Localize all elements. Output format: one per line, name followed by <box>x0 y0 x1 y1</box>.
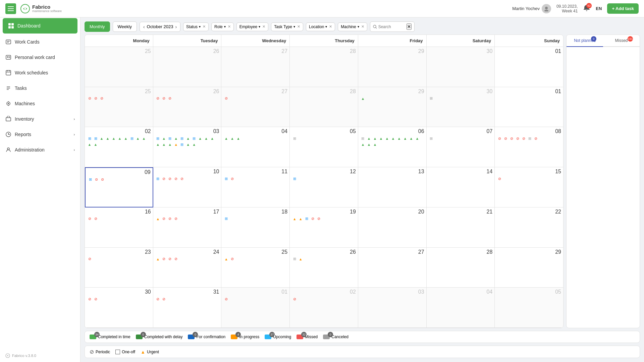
filter-machine-clear[interactable]: ✕ <box>361 24 364 29</box>
calendar-cell[interactable]: 28 <box>290 47 358 87</box>
calendar-cell[interactable]: 03 <box>358 288 427 328</box>
calendar-cell[interactable]: 25 <box>85 47 153 87</box>
svg-rect-11 <box>6 55 11 59</box>
calendar-cell[interactable]: 02⊘ <box>290 288 358 328</box>
language-button[interactable]: EN <box>596 6 602 11</box>
calendar-cell[interactable]: 28 <box>290 87 358 127</box>
filter-task-type[interactable]: Task Type ▾ ✕ <box>271 22 303 31</box>
calendar-cell[interactable]: 02⊞⊞▲▲▲▲▲⊞▲▲▲▲ <box>85 127 153 167</box>
filter-employee[interactable]: Employee ▾ ✕ <box>236 22 268 31</box>
calendar-cell[interactable]: 26⊞▲ <box>290 248 358 288</box>
cell-icons: ⊘⊘ <box>155 296 219 302</box>
search-clear[interactable]: ✕ <box>407 23 412 30</box>
sidebar-item-dashboard[interactable]: Dashboard <box>3 18 77 34</box>
calendar-cell[interactable]: 14 <box>427 167 495 207</box>
calendar-cell[interactable]: 04▲▲▲ <box>221 127 290 167</box>
cell-icons: ⊞ <box>429 136 493 141</box>
calendar-cell[interactable]: 11⊞⊘ <box>221 167 290 207</box>
svg-point-2 <box>545 7 548 9</box>
calendar-cell[interactable]: 29 <box>358 47 427 87</box>
add-task-button[interactable]: + Add task <box>607 3 639 14</box>
calendar-cell[interactable]: 29▲ <box>358 87 427 127</box>
cell-number: 26 <box>155 88 219 95</box>
calendar-cell[interactable]: 30⊞ <box>427 87 495 127</box>
calendar-cell[interactable]: 01 <box>495 87 563 127</box>
calendar-cell[interactable]: 10⊞⊘⊘⊘⊘ <box>153 167 222 207</box>
sidebar-item-work-schedules[interactable]: Work schedules <box>0 65 80 80</box>
sidebar-item-inventory[interactable]: Inventory › <box>0 111 80 127</box>
sidebar-item-tasks[interactable]: Tasks <box>0 80 80 96</box>
calendar-cell[interactable]: 23⊘ <box>85 248 153 288</box>
filter-task-type-clear[interactable]: ✕ <box>297 24 300 29</box>
calendar-cell[interactable]: 04 <box>427 288 495 328</box>
calendar-cell[interactable]: 15⊘ <box>495 167 563 207</box>
calendar-cell[interactable]: 18⊞ <box>221 207 290 248</box>
weekly-view-button[interactable]: Weekly <box>113 21 137 32</box>
cell-number: 15 <box>497 169 561 175</box>
sidebar-item-machines[interactable]: Machines <box>0 96 80 111</box>
sidebar-item-work-cards[interactable]: Work Cards <box>0 34 80 50</box>
sidebar-item-personal-work-card[interactable]: Personal work card <box>0 50 80 65</box>
tab-not-planned[interactable]: Not planned 0 <box>567 35 603 47</box>
calendar-cell[interactable]: 01⊘ <box>221 288 290 328</box>
sidebar-item-administration[interactable]: Administration › <box>0 142 80 158</box>
calendar-cell[interactable]: 08⊘⊘⊘⊘⊘⊞⊘ <box>495 127 563 167</box>
red-cancel-icon: ⊘ <box>99 96 104 101</box>
next-month-button[interactable]: › <box>175 24 177 29</box>
filter-machine[interactable]: Machine ▾ ✕ <box>338 22 367 31</box>
calendar-cell[interactable]: 06⊞▲▲▲▲▲▲▲▲▲▲▲▲ <box>358 127 427 167</box>
calendar-cell[interactable]: 01 <box>495 47 563 87</box>
svg-line-33 <box>376 27 377 28</box>
filter-role[interactable]: Role ▾ ✕ <box>211 22 234 31</box>
filter-employee-clear[interactable]: ✕ <box>262 24 265 29</box>
calendar-cell[interactable]: 28 <box>427 248 495 288</box>
prev-month-button[interactable]: ‹ <box>143 24 145 29</box>
filter-location[interactable]: Location ▾ ✕ <box>306 22 335 31</box>
calendar-cell[interactable]: 25▲⊘ <box>221 248 290 288</box>
side-panel-content <box>567 47 640 328</box>
search-input[interactable] <box>378 24 405 29</box>
calendar-cell[interactable]: 31⊘⊘ <box>153 288 222 328</box>
calendar-cell[interactable]: 13 <box>358 167 427 207</box>
cell-icons: ⊘ <box>223 296 287 302</box>
calendar-cell[interactable]: 24▲⊘⊘⊘ <box>153 248 222 288</box>
sidebar-item-reports[interactable]: Reports › <box>0 127 80 142</box>
calendar-cell[interactable]: 09⊞⊘⊘ <box>85 167 153 207</box>
svg-rect-26 <box>6 118 11 121</box>
calendar-cell[interactable]: 03⊞▲⊞▲⊞▲⊞▲▲▲▲▲▲▲⊞▲▲ <box>153 127 222 167</box>
hamburger-button[interactable] <box>5 3 16 14</box>
calendar-cell[interactable]: 30 <box>427 47 495 87</box>
notifications-button[interactable]: 92 <box>583 4 590 13</box>
calendar-cell[interactable]: 30⊘⊘ <box>85 288 153 328</box>
calendar-cell[interactable]: 05 <box>495 288 563 328</box>
green-tri-icon: ▲ <box>155 142 161 147</box>
calendar-cell[interactable]: 21 <box>427 207 495 248</box>
blue-sq-icon: ⊞ <box>192 136 197 141</box>
filter-location-clear[interactable]: ✕ <box>329 24 332 29</box>
calendar-cell[interactable]: 20 <box>358 207 427 248</box>
calendar-cell[interactable]: 27 <box>358 248 427 288</box>
cell-number: 05 <box>497 289 561 295</box>
calendar-cell[interactable]: 27⊘ <box>221 87 290 127</box>
calendar-cell[interactable]: 29 <box>495 248 563 288</box>
filter-status-clear[interactable]: ✕ <box>203 24 206 29</box>
legend-label: Upcoming <box>273 335 291 339</box>
calendar-cell[interactable]: 19▲▲⊞⊘⊘ <box>290 207 358 248</box>
cell-icons: ⊞ <box>429 96 493 101</box>
calendar-cell[interactable]: 05⊞ <box>290 127 358 167</box>
filter-role-clear[interactable]: ✕ <box>228 24 231 29</box>
calendar-cell[interactable]: 26 <box>153 47 222 87</box>
calendar-cell[interactable]: 26⊘⊘⊘ <box>153 87 222 127</box>
search-filter[interactable]: ✕ <box>370 21 415 32</box>
calendar-cell[interactable]: 27 <box>221 47 290 87</box>
calendar-cell[interactable]: 17▲⊘⊘⊘ <box>153 207 222 248</box>
calendar-cell[interactable]: 07⊞ <box>427 127 495 167</box>
filter-status[interactable]: Status ▾ ✕ <box>183 22 209 31</box>
calendar-cell[interactable]: 25⊘⊘⊘ <box>85 87 153 127</box>
cell-number: 27 <box>223 48 287 54</box>
calendar-cell[interactable]: 22 <box>495 207 563 248</box>
calendar-cell[interactable]: 16⊘⊘ <box>85 207 153 248</box>
tab-missed[interactable]: Missed 191 <box>603 35 640 46</box>
calendar-cell[interactable]: 12⊞ <box>290 167 358 207</box>
monthly-view-button[interactable]: Monthly <box>85 21 110 32</box>
